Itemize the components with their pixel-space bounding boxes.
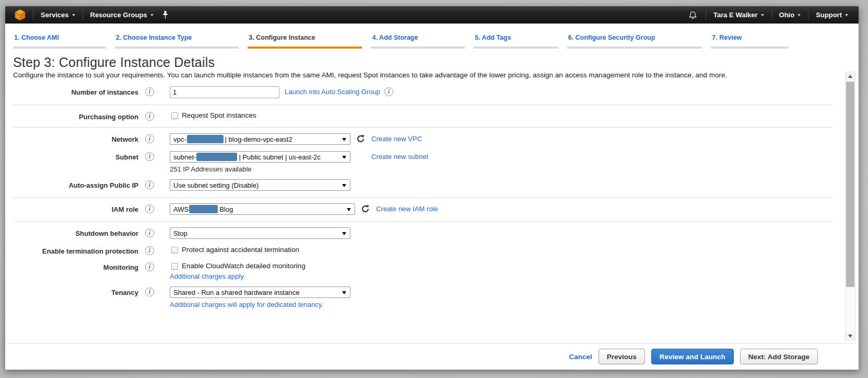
row-number-of-instances: Number of instances i Launch into Auto S… <box>5 86 859 98</box>
previous-button[interactable]: Previous <box>599 349 645 364</box>
field-label: Monitoring <box>5 261 138 271</box>
page-title: Step 3: Configure Instance Details <box>13 55 859 70</box>
info-icon[interactable]: i <box>145 228 154 237</box>
refresh-icon[interactable] <box>356 134 366 143</box>
redacted-value <box>189 205 218 213</box>
info-icon[interactable]: i <box>145 204 154 213</box>
info-icon[interactable]: i <box>145 180 154 189</box>
field-label: Purchasing option <box>5 111 138 121</box>
select-value-prefix: vpc- <box>173 135 186 143</box>
refresh-icon[interactable] <box>361 204 370 213</box>
create-new-iam-role-link[interactable]: Create new IAM role <box>376 205 438 213</box>
nav-resource-groups-menu[interactable]: Resource Groups <box>90 11 154 19</box>
info-icon[interactable]: i <box>145 262 154 271</box>
divider <box>13 197 832 198</box>
field-label: Number of instances <box>5 86 138 96</box>
additional-charges-link[interactable]: Additional charges apply. <box>170 272 306 280</box>
info-icon[interactable]: i <box>384 87 393 96</box>
next-add-storage-button[interactable]: Next: Add Storage <box>740 349 818 364</box>
tab-review[interactable]: 7. Review <box>711 34 789 49</box>
select-value-prefix: AWS <box>173 205 189 213</box>
row-monitoring: Monitoring i Enable CloudWatch detailed … <box>5 261 859 280</box>
launch-into-auto-scaling-group-link[interactable]: Launch into Auto Scaling Group <box>285 88 380 96</box>
row-purchasing-option: Purchasing option i Request Spot instanc… <box>5 111 859 121</box>
field-label: Tenancy <box>5 287 138 296</box>
nav-divider <box>33 10 33 20</box>
scroll-down-button[interactable] <box>846 332 855 340</box>
info-icon[interactable]: i <box>145 112 154 121</box>
nav-divider <box>83 10 83 20</box>
tab-configure-instance[interactable]: 3. Configure Instance <box>248 34 362 49</box>
request-spot-instances-checkbox[interactable] <box>171 112 178 119</box>
row-network: Network i vpc-| blog-demo-vpc-east2 Crea… <box>5 133 859 145</box>
cloudwatch-monitoring-checkbox[interactable] <box>171 263 178 270</box>
auto-assign-public-ip-select[interactable]: Use subnet setting (Disable) <box>170 179 350 191</box>
row-subnet: Subnet i subnet-| Public subnet | us-eas… <box>5 151 859 173</box>
row-shutdown-behavior: Shutdown behavior i Stop <box>5 227 859 239</box>
divider <box>13 105 832 105</box>
divider <box>13 221 832 222</box>
dropdown-arrow-icon <box>342 184 346 187</box>
nav-services-menu[interactable]: Services <box>41 11 75 19</box>
field-label: Subnet <box>5 151 138 161</box>
dropdown-arrow-icon <box>342 291 346 294</box>
create-new-subnet-link[interactable]: Create new subnet <box>371 153 428 161</box>
nav-user-menu[interactable]: Tara E Walker <box>713 11 764 19</box>
chevron-down-icon <box>72 14 75 16</box>
network-select[interactable]: vpc-| blog-demo-vpc-east2 <box>170 133 350 145</box>
dedicated-tenancy-charges-link[interactable]: Additional charges will apply for dedica… <box>170 301 350 308</box>
info-icon[interactable]: i <box>145 246 154 255</box>
number-of-instances-input[interactable] <box>170 86 279 98</box>
dropdown-arrow-icon <box>342 138 346 141</box>
page-description: Configure the instance to suit your requ… <box>13 71 859 79</box>
tab-add-tags[interactable]: 5. Add Tags <box>474 34 558 49</box>
scrollbar-thumb[interactable] <box>846 82 854 287</box>
field-label: IAM role <box>5 203 138 213</box>
tab-add-storage[interactable]: 4. Add Storage <box>371 34 465 49</box>
configure-instance-panel: Step 3: Configure Instance Details Confi… <box>5 52 859 343</box>
vertical-scrollbar[interactable] <box>845 72 855 341</box>
nav-support-label: Support <box>816 11 842 19</box>
chevron-down-icon <box>150 14 154 16</box>
cancel-link[interactable]: Cancel <box>569 353 592 361</box>
iam-role-select[interactable]: AWSBlog <box>170 203 355 215</box>
select-value-suffix: Blog <box>219 205 233 213</box>
nav-support-menu[interactable]: Support <box>816 11 848 19</box>
nav-divider <box>771 10 772 20</box>
pushpin-icon[interactable] <box>162 10 169 19</box>
row-auto-assign-public-ip: Auto-assign Public IP i Use subnet setti… <box>5 179 859 191</box>
checkbox-label: Enable CloudWatch detailed monitoring <box>182 261 306 270</box>
create-new-vpc-link[interactable]: Create new VPC <box>371 135 422 143</box>
select-value: Use subnet setting (Disable) <box>173 181 259 189</box>
tab-configure-security-group[interactable]: 6. Configure Security Group <box>567 34 702 49</box>
chevron-down-icon <box>761 14 764 16</box>
tab-choose-ami[interactable]: 1. Choose AMI <box>13 34 106 49</box>
field-label: Shutdown behavior <box>5 227 138 237</box>
chevron-down-icon <box>797 14 801 16</box>
triangle-down-icon <box>848 335 852 338</box>
info-icon[interactable]: i <box>145 288 154 296</box>
notifications-bell-icon[interactable] <box>688 10 697 20</box>
shutdown-behavior-select[interactable]: Stop <box>170 227 350 239</box>
select-value: Shared - Run a shared hardware instance <box>173 289 299 296</box>
scroll-up-button[interactable] <box>846 72 855 81</box>
info-icon[interactable]: i <box>145 152 154 161</box>
redacted-value <box>187 135 224 143</box>
info-icon[interactable]: i <box>145 87 154 96</box>
info-icon[interactable]: i <box>145 134 154 143</box>
tab-choose-instance-type[interactable]: 2. Choose Instance Type <box>115 34 239 49</box>
subnet-availability-note: 251 IP Addresses available <box>170 165 350 173</box>
termination-protection-checkbox[interactable] <box>171 247 178 254</box>
field-label: Auto-assign Public IP <box>5 179 138 189</box>
chevron-down-icon <box>845 14 848 16</box>
subnet-select[interactable]: subnet-| Public subnet | us-east-2c <box>170 151 350 163</box>
dropdown-arrow-icon <box>342 156 346 159</box>
tenancy-select[interactable]: Shared - Run a shared hardware instance <box>170 287 350 298</box>
field-label: Network <box>5 133 138 143</box>
nav-region-menu[interactable]: Ohio <box>779 11 801 19</box>
row-termination-protection: Enable termination protection i Protect … <box>5 245 859 255</box>
aws-logo-icon[interactable] <box>15 9 26 21</box>
redacted-value <box>196 153 237 161</box>
review-and-launch-button[interactable]: Review and Launch <box>651 349 734 364</box>
select-value: Stop <box>173 230 187 237</box>
